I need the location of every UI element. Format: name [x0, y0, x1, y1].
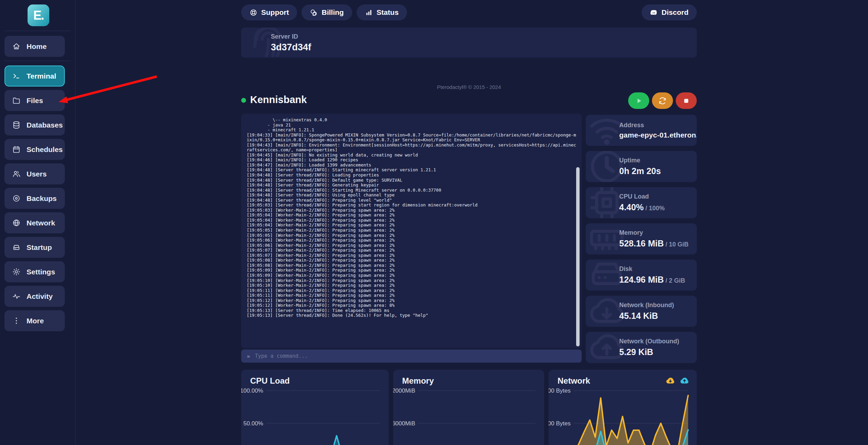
- svg-text:50.00%: 50.00%: [243, 420, 263, 427]
- sidebar-item-backups[interactable]: Backups: [4, 188, 65, 209]
- sidebar-item-label: Backups: [27, 194, 57, 203]
- stat-label: Memory: [619, 229, 688, 236]
- stat-value: 4.40%: [619, 202, 644, 212]
- stat-value: 528.16 MiB: [619, 239, 664, 248]
- restart-button[interactable]: [652, 92, 673, 109]
- status-dot: [241, 98, 246, 103]
- stat-label: Address: [619, 122, 697, 129]
- support-label: Support: [261, 8, 289, 17]
- sidebar-item-label: Startup: [27, 243, 52, 252]
- app-logo-text: E.: [33, 8, 43, 23]
- users-icon: [12, 170, 21, 178]
- stop-icon: [682, 96, 691, 105]
- svg-text:12000MiB: 12000MiB: [393, 387, 415, 394]
- chart-title: Memory: [402, 376, 434, 386]
- sidebar-item-label: More: [27, 317, 44, 325]
- stat-suffix: / 2 GiB: [664, 277, 685, 284]
- stat-label: CPU Load: [619, 193, 665, 200]
- discord-button[interactable]: Discord: [642, 4, 697, 20]
- sidebar-item-label: Activity: [27, 292, 53, 301]
- billing-label: Billing: [321, 8, 344, 17]
- bar-chart-icon: [365, 9, 373, 17]
- chart-title: Network: [558, 376, 590, 386]
- server-id-banner: Server ID 3d37d34f: [241, 28, 697, 58]
- sidebar-item-terminal[interactable]: Terminal: [4, 65, 65, 87]
- support-button[interactable]: Support: [241, 4, 297, 20]
- console-scrollbar[interactable]: [576, 167, 580, 346]
- stat-value: 0h 2m 20s: [619, 166, 661, 176]
- sidebar-item-label: Home: [27, 42, 47, 51]
- dots-vertical-icon: [12, 316, 21, 325]
- chart-title: CPU Load: [250, 376, 290, 386]
- start-button[interactable]: [628, 92, 649, 109]
- copyright-text: Pterodactyl® © 2015 - 2024: [241, 84, 697, 90]
- console-output[interactable]: \-- mixinextras 0.4.0 - java 21 - minecr…: [241, 114, 582, 348]
- stat-suffix: / 100%: [644, 205, 665, 212]
- stat-suffix: / 10 GiB: [664, 241, 688, 248]
- discord-label: Discord: [662, 8, 688, 17]
- command-input[interactable]: [254, 353, 576, 360]
- svg-text:6000MiB: 6000MiB: [393, 420, 415, 427]
- sidebar: E. Home TerminalFilesDatabasesSchedulesU…: [0, 0, 75, 445]
- sidebar-item-files[interactable]: Files: [4, 90, 65, 111]
- discord-icon: [650, 9, 658, 17]
- stat-card-disk: Disk124.96 MiB / 2 GiB: [586, 260, 697, 291]
- status-label: Status: [377, 8, 399, 17]
- sidebar-nav-main: TerminalFilesDatabasesSchedulesUsersBack…: [4, 65, 71, 331]
- gear-icon: [12, 267, 21, 276]
- restart-icon: [658, 96, 667, 105]
- billing-button[interactable]: Billing: [302, 4, 352, 20]
- cloud-down-icon: [666, 376, 675, 385]
- backup-icon: [12, 194, 21, 203]
- sidebar-item-label: Network: [27, 219, 55, 227]
- server-name: Kennisbank: [250, 94, 307, 105]
- database-icon: [12, 121, 21, 129]
- topbar: SupportBillingStatus Discord: [241, 4, 697, 21]
- sidebar-item-settings[interactable]: Settings: [4, 261, 65, 282]
- globe-icon: [12, 219, 21, 227]
- server-id-value: 3d37d34f: [271, 42, 311, 53]
- stop-button[interactable]: [676, 92, 697, 109]
- server-icon: [12, 243, 21, 252]
- sidebar-item-startup[interactable]: Startup: [4, 237, 65, 258]
- command-input-bar: »: [241, 350, 582, 363]
- charts-row: 100.00%50.00%CPU Load12000MiB6000MiBMemo…: [241, 370, 697, 445]
- sidebar-item-home[interactable]: Home: [4, 36, 65, 57]
- sidebar-item-label: Settings: [27, 268, 55, 276]
- svg-text:800 Bytes: 800 Bytes: [549, 387, 571, 394]
- stat-card-cpu-load: CPU Load4.40% / 100%: [586, 187, 697, 218]
- chart-legend: [666, 376, 689, 385]
- server-id-label: Server ID: [271, 33, 311, 40]
- folder-icon: [12, 96, 21, 105]
- sidebar-item-network[interactable]: Network: [4, 212, 65, 233]
- sidebar-nav-top: Home: [4, 36, 71, 57]
- stat-card-memory: Memory528.16 MiB / 10 GiB: [586, 223, 697, 254]
- stat-value: 45.14 KiB: [619, 311, 658, 321]
- sidebar-item-label: Databases: [27, 121, 63, 129]
- calendar-icon: [12, 145, 21, 154]
- chevrons-right-icon: »: [247, 353, 250, 360]
- play-icon: [634, 96, 643, 105]
- chart-card-cpu: 100.00%50.00%CPU Load: [241, 370, 389, 445]
- sidebar-item-users[interactable]: Users: [4, 163, 65, 184]
- sidebar-divider: [4, 31, 71, 31]
- coins-icon: [310, 9, 318, 17]
- chart-card-network: 800 Bytes400 BytesNetwork: [549, 370, 697, 445]
- console-log-text: \-- mixinextras 0.4.0 - java 21 - minecr…: [241, 114, 582, 322]
- app-logo[interactable]: E.: [28, 4, 49, 26]
- app-root: E. Home TerminalFilesDatabasesSchedulesU…: [0, 0, 868, 445]
- stats-column: Addressgame-epyc-01.etheron.eu:37700Upti…: [586, 115, 697, 363]
- sidebar-item-more[interactable]: More: [4, 310, 65, 331]
- sidebar-item-label: Files: [27, 97, 43, 105]
- stat-value: 124.96 MiB: [619, 275, 664, 284]
- sidebar-item-databases[interactable]: Databases: [4, 114, 65, 135]
- lifebuoy-icon: [249, 9, 257, 17]
- svg-text:400 Bytes: 400 Bytes: [549, 420, 571, 427]
- home-icon: [12, 42, 21, 51]
- stat-value: game-epyc-01.etheron.eu:37700: [619, 131, 697, 139]
- sidebar-item-activity[interactable]: Activity: [4, 286, 65, 307]
- stat-card-network-outbound: Network (Outbound)5.29 KiB: [586, 332, 697, 363]
- sidebar-item-schedules[interactable]: Schedules: [4, 139, 65, 160]
- status-button[interactable]: Status: [357, 4, 407, 20]
- pulse-icon: [12, 292, 21, 301]
